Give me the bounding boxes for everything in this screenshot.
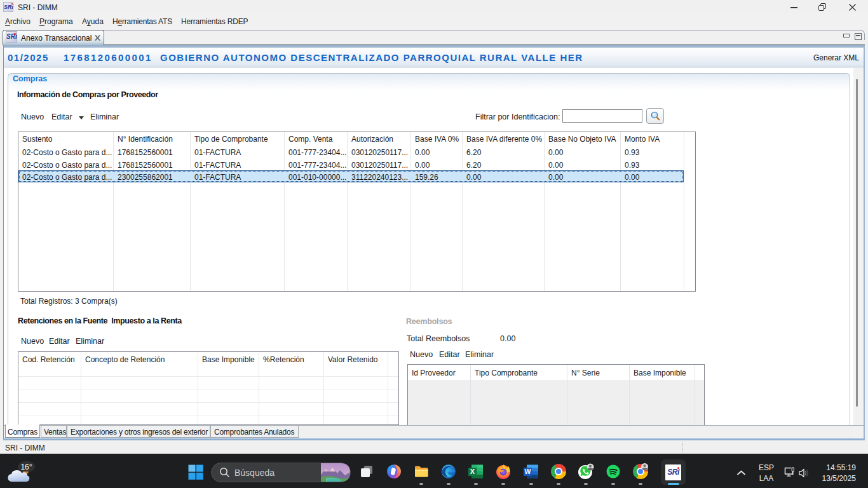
svg-text:W: W <box>525 468 531 475</box>
svg-text:16°: 16° <box>20 463 32 471</box>
svg-text:X: X <box>470 468 475 475</box>
